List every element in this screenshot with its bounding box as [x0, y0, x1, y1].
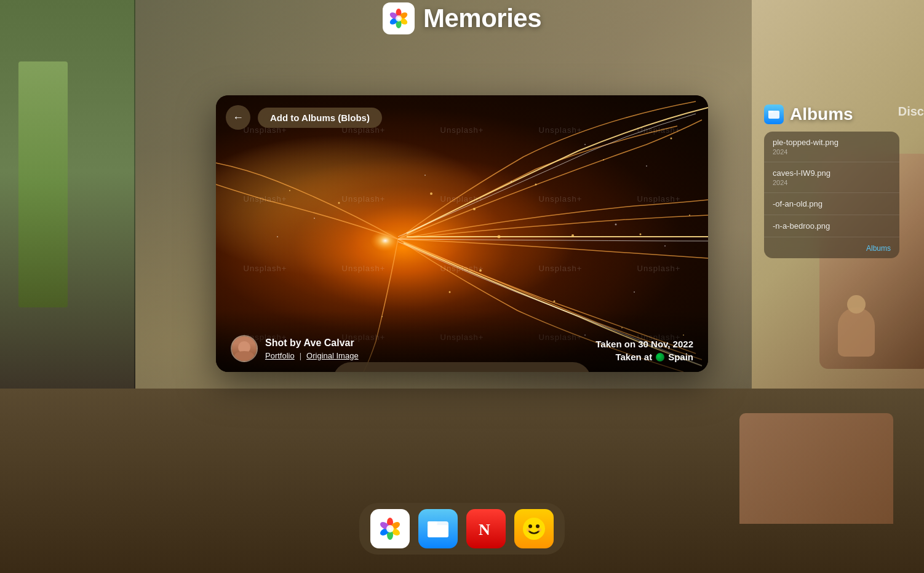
app-title-area: Memories: [383, 2, 541, 34]
album-item[interactable]: -n-a-bedroo.png: [764, 215, 899, 237]
svg-point-16: [572, 234, 574, 237]
photo-location: Taken at Spain: [595, 352, 693, 362]
svg-point-29: [511, 181, 512, 182]
album-item-name: caves-l-IW9.png: [773, 168, 891, 178]
album-item-name: -n-a-bedroo.png: [773, 221, 891, 231]
album-add-row[interactable]: Albums: [764, 237, 899, 258]
album-item[interactable]: -of-an-old.png: [764, 193, 899, 215]
svg-point-19: [554, 301, 556, 302]
tab-all-photos[interactable]: All Photos: [525, 367, 589, 372]
avatar: [231, 335, 258, 362]
album-item-date: 2024: [773, 179, 891, 186]
svg-point-52: [528, 524, 532, 528]
albums-title-row: Albums Disc: [764, 105, 899, 124]
svg-point-46: [386, 525, 394, 532]
app-icon: [383, 2, 415, 34]
svg-text:N: N: [479, 521, 490, 539]
photos-icon-svg: [386, 6, 411, 31]
dock-superstar-icon-svg: [522, 516, 546, 541]
dock-files-icon-svg: [426, 516, 450, 541]
dock: N: [359, 503, 565, 555]
svg-point-33: [664, 245, 666, 247]
albums-panel: Albums Disc ple-topped-wit.png 2024 cave…: [764, 105, 899, 258]
albums-title: Albums: [790, 105, 853, 124]
album-item-date: 2024: [773, 148, 891, 156]
add-to-albums-button[interactable]: Add to Albums (Blobs): [258, 108, 382, 128]
svg-point-17: [640, 234, 642, 235]
photo-viewer-card: Unsplash+ Unsplash+ Unsplash+ Unsplash+ …: [216, 95, 708, 372]
dock-photos-icon-svg: [376, 515, 404, 542]
svg-point-12: [473, 208, 476, 210]
photographer-name: Ave Calvar: [304, 338, 354, 348]
back-button[interactable]: ←: [226, 105, 250, 130]
svg-point-36: [424, 175, 426, 176]
dock-item-photos[interactable]: [370, 509, 410, 548]
album-item-name: -of-an-old.png: [773, 199, 891, 208]
photo-meta: Taken on 30 Nov, 2022 Taken at Spain: [595, 339, 693, 362]
svg-point-51: [523, 518, 545, 540]
location-prefix: Taken at: [615, 352, 652, 362]
dock-item-files[interactable]: [418, 509, 458, 548]
dock-news-icon-svg: N: [474, 516, 498, 541]
svg-rect-49: [428, 525, 448, 537]
link-separator: |: [300, 351, 301, 360]
svg-point-27: [689, 215, 690, 216]
svg-point-22: [289, 190, 290, 191]
couch: [739, 413, 893, 524]
location-dot: [656, 353, 664, 362]
svg-point-54: [527, 528, 530, 532]
dock-item-superstar[interactable]: [514, 509, 554, 548]
svg-point-30: [584, 144, 586, 145]
album-item-name: ple-topped-wit.png: [773, 138, 891, 147]
album-add-label[interactable]: Albums: [866, 244, 891, 253]
photo-date: Taken on 30 Nov, 2022: [595, 339, 693, 349]
svg-point-55: [538, 528, 541, 532]
albums-list: ple-topped-wit.png 2024 caves-l-IW9.png …: [764, 132, 899, 258]
svg-point-15: [498, 235, 501, 239]
svg-point-26: [671, 138, 672, 140]
credit-links: Portfolio | Original Image: [265, 351, 359, 360]
svg-point-23: [430, 192, 432, 195]
photo-content: Unsplash+ Unsplash+ Unsplash+ Unsplash+ …: [216, 95, 708, 372]
photo-card-topbar: ← Add to Albums (Blobs): [226, 105, 698, 130]
disc-label: Disc: [898, 105, 924, 119]
svg-point-13: [535, 184, 537, 186]
albums-icon: [764, 105, 784, 124]
credit-text: Shot by Ave Calvar Portfolio | Original …: [265, 338, 359, 360]
avatar-face: [232, 336, 257, 361]
photo-credit: Shot by Ave Calvar Portfolio | Original …: [231, 335, 359, 362]
svg-point-38: [277, 236, 278, 237]
tab-bar: Years Months Days All Photos: [333, 362, 591, 372]
album-item[interactable]: caves-l-IW9.png 2024: [764, 162, 899, 193]
svg-point-32: [615, 224, 617, 226]
svg-point-37: [314, 218, 315, 219]
location-name: Spain: [668, 352, 693, 362]
svg-point-21: [338, 202, 340, 204]
app-title: Memories: [423, 4, 541, 33]
svg-point-53: [536, 524, 540, 528]
credit-prefix: Shot by: [265, 338, 301, 348]
svg-rect-9: [768, 111, 773, 113]
svg-point-34: [634, 291, 635, 293]
svg-rect-48: [428, 521, 437, 525]
original-link[interactable]: Original Image: [306, 351, 359, 360]
top-bar: Memories: [0, 0, 924, 37]
svg-point-24: [449, 291, 451, 293]
dock-item-news[interactable]: N: [466, 509, 506, 548]
portfolio-link[interactable]: Portfolio: [265, 351, 295, 360]
svg-point-18: [479, 269, 482, 272]
svg-point-7: [396, 15, 402, 22]
svg-point-31: [646, 165, 647, 167]
albums-folder-icon: [768, 108, 780, 121]
svg-point-14: [603, 159, 604, 160]
album-item[interactable]: ple-topped-wit.png 2024: [764, 132, 899, 162]
credit-name: Shot by Ave Calvar: [265, 338, 359, 349]
